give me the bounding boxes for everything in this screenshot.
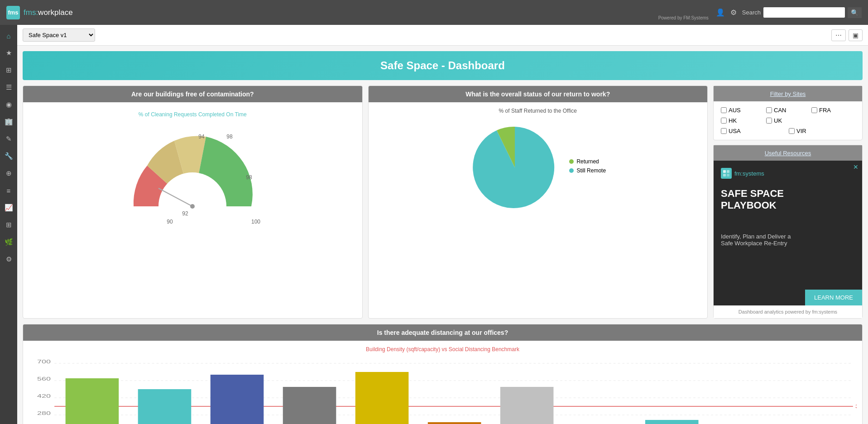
svg-text:90: 90 [167,219,173,224]
gauge-panel-header: Are our buildings free of contamination? [23,86,362,102]
site-hk[interactable]: HK [721,117,764,124]
sidebar-item-building[interactable]: 🏢 [1,114,16,129]
svg-rect-33 [283,387,336,424]
resources-playbook-subtitle: Identify, Plan and Deliver aSafe Workpla… [721,233,855,247]
close-icon[interactable]: ✕ [853,163,858,171]
svg-text:98: 98 [227,133,233,140]
pie-panel-header: What is the overall status of our return… [369,86,708,102]
remote-dot [569,168,574,173]
user-icon[interactable]: 👤 [716,8,725,17]
sites-checkbox-grid: AUS CAN FRA HK [721,107,855,124]
sidebar-item-leaf[interactable]: 🌿 [1,235,16,249]
top-nav: fms fms:workplace Powered by FM:Systems … [0,0,868,25]
toolbar-right: ⋯ ▣ [831,29,863,41]
site-can[interactable]: CAN [766,107,810,114]
top-row: Are our buildings free of contamination?… [23,86,863,319]
distancing-panel: Is there adequate distancing at our offi… [23,324,863,424]
dashboard: Safe Space - Dashboard Are our buildings… [17,46,868,424]
sidebar-item-gear[interactable]: ⚙ [1,252,16,267]
svg-text:94: 94 [199,133,205,140]
pie-section-title: What is the overall status of our return… [376,91,700,98]
usa-checkbox[interactable] [721,128,727,134]
legend-remote: Still Remote [569,167,606,174]
pie-panel: What is the overall status of our return… [368,86,708,319]
dashboard-title: Safe Space - Dashboard [31,59,854,72]
uk-checkbox[interactable] [766,118,772,124]
hk-checkbox[interactable] [721,118,727,124]
returned-dot [569,159,574,164]
sidebar-item-tools[interactable]: 🔧 [1,149,16,163]
gauge-chart: 90 92 94 98 98 100 [106,120,278,224]
site-vir[interactable]: VIR [789,128,855,134]
site-usa[interactable]: USA [721,128,787,134]
distancing-header: Is there adequate distancing at our offi… [23,324,862,341]
svg-rect-39 [500,387,554,424]
layout: ⌂ ★ ⊞ ☰ ◉ 🏢 ✎ 🔧 ⊕ ≡ 📈 ⊞ 🌿 ⚙ Safe Space v… [0,25,868,424]
legend-returned: Returned [569,158,606,165]
pie-container: Returned Still Remote [374,118,702,217]
top-nav-right: 👤 ⚙ Search 🔍 [716,7,862,18]
sites-checkbox-grid-2: USA VIR [721,128,855,134]
resources-title-link[interactable]: Useful Resources [765,150,811,157]
sidebar-item-grid2[interactable]: ⊞ [1,218,16,232]
pie-title: % of Staff Returned to the Office [374,108,702,114]
sidebar-item-edit[interactable]: ✎ [1,132,16,146]
powered-by: Powered by FM:Systems [658,15,709,20]
returned-label: Returned [576,158,599,165]
search-label: Search [742,9,761,16]
right-panel: Filter by Sites AUS CAN [713,86,863,319]
svg-text:700: 700 [37,359,51,364]
sidebar-item-person[interactable]: ◉ [1,97,16,112]
svg-text:280: 280 [37,410,51,416]
sidebar-item-favorites[interactable]: ★ [1,46,16,60]
resources-logo-icon [721,168,732,179]
sidebar-item-grid[interactable]: ⊞ [1,63,16,77]
dashboard-select[interactable]: Safe Space v1 [23,29,95,42]
vir-checkbox[interactable] [789,128,795,134]
search-button[interactable]: 🔍 [848,7,862,18]
gauge-panel-body: % of Cleaning Requests Completed On Time [23,102,362,233]
svg-rect-10 [727,170,729,173]
svg-rect-35 [355,372,409,424]
gauge-panel: Are our buildings free of contamination?… [23,86,363,319]
aus-checkbox[interactable] [721,107,727,113]
site-fra[interactable]: FRA [811,107,855,114]
distancing-body: Building Density (sqft/capacity) vs Soci… [23,341,862,424]
svg-text:420: 420 [37,393,51,399]
svg-text:350: 350 [855,404,857,409]
svg-rect-12 [727,174,729,176]
main-content: Safe Space v1 ⋯ ▣ Safe Space - Dashboard… [17,25,868,424]
site-aus[interactable]: AUS [721,107,764,114]
distancing-title: Is there adequate distancing at our offi… [30,329,855,336]
logo-icon: fms [6,6,20,19]
site-uk[interactable]: UK [766,117,810,124]
remote-label: Still Remote [576,167,606,174]
sidebar-item-list[interactable]: ≡ [1,183,16,198]
fra-checkbox[interactable] [811,107,817,113]
sidebar-item-plus[interactable]: ⊕ [1,166,16,181]
more-options-button[interactable]: ⋯ [831,29,846,41]
resources-playbook-title: SAFE SPACEPLAYBOOK [721,188,855,212]
pie-legend: Returned Still Remote [569,158,606,176]
bar-chart: 0 140 280 420 560 700 [29,355,857,424]
filter-title-link[interactable]: Filter by Sites [770,91,806,97]
svg-text:92: 92 [182,210,189,217]
learn-more-button[interactable]: LEARN MORE [805,290,862,305]
resources-footer: Dashboard analytics powered by fm:system… [714,305,862,318]
resources-header: Useful Resources [714,145,862,161]
sidebar-item-menu[interactable]: ☰ [1,80,16,95]
sidebar-item-chart[interactable]: 📈 [1,200,16,215]
toolbar: Safe Space v1 ⋯ ▣ [17,25,868,46]
gauge-title: % of Cleaning Requests Completed On Time [29,111,357,118]
sidebar: ⌂ ★ ⊞ ☰ ◉ 🏢 ✎ 🔧 ⊕ ≡ 📈 ⊞ 🌿 ⚙ [0,25,17,424]
sidebar-item-home[interactable]: ⌂ [1,29,16,43]
svg-text:98: 98 [246,174,253,181]
resources-logo-text: fm:systems [734,170,764,177]
layout-button[interactable]: ▣ [849,29,863,41]
search-input[interactable] [763,7,845,18]
svg-rect-11 [723,174,726,176]
settings-icon[interactable]: ⚙ [730,8,737,17]
can-checkbox[interactable] [766,107,772,113]
svg-text:560: 560 [37,376,51,381]
resources-panel: Useful Resources ✕ fm:systems [713,145,863,319]
